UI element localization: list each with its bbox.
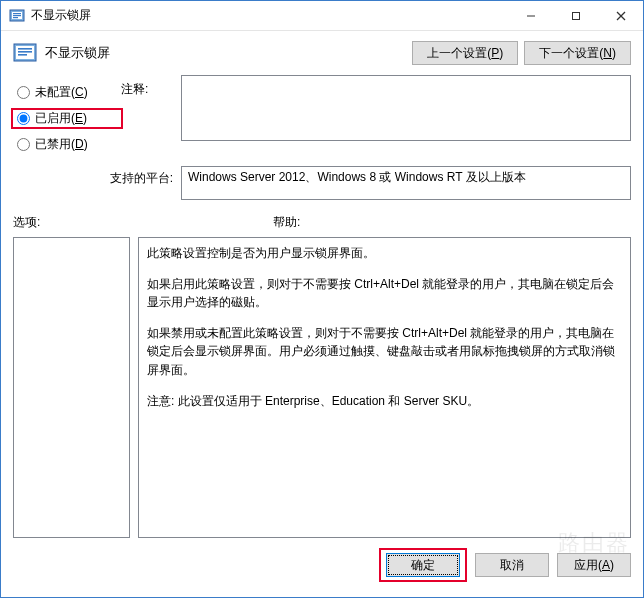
radio-disabled-input[interactable] [17,138,30,151]
svg-rect-3 [13,15,21,16]
header: 不显示锁屏 上一个设置(P) 下一个设置(N) [1,31,643,71]
titlebar: 不显示锁屏 [1,1,643,31]
help-text: 如果启用此策略设置，则对于不需要按 Ctrl+Alt+Del 就能登录的用户，其… [147,275,622,312]
cancel-button[interactable]: 取消 [475,553,549,577]
ok-button-highlight: 确定 [379,548,467,582]
close-button[interactable] [598,1,643,31]
svg-rect-2 [13,13,21,14]
next-setting-button[interactable]: 下一个设置(N) [524,41,631,65]
svg-rect-11 [18,48,32,50]
help-text: 注意: 此设置仅适用于 Enterprise、Education 和 Serve… [147,392,622,411]
window-title: 不显示锁屏 [31,7,91,24]
svg-rect-12 [18,51,32,53]
supported-on-label: 支持的平台: [13,166,181,200]
radio-not-configured[interactable]: 未配置(C) [13,83,121,102]
radio-not-configured-input[interactable] [17,86,30,99]
dialog-footer: 确定 取消 应用(A) [1,538,643,592]
radio-disabled[interactable]: 已禁用(D) [13,135,121,154]
comment-label: 注释: [121,75,181,98]
svg-rect-4 [13,17,18,18]
radio-enabled[interactable]: 已启用(E) [11,108,123,129]
maximize-button[interactable] [553,1,598,31]
options-heading: 选项: [13,214,263,231]
previous-setting-button[interactable]: 上一个设置(P) [412,41,518,65]
options-pane[interactable] [13,237,130,538]
apply-button[interactable]: 应用(A) [557,553,631,577]
policy-icon [9,8,25,24]
minimize-button[interactable] [508,1,553,31]
state-radio-group: 未配置(C) 已启用(E) 已禁用(D) [13,75,121,160]
supported-on-text[interactable]: Windows Server 2012、Windows 8 或 Windows … [181,166,631,200]
svg-rect-6 [572,12,579,19]
radio-enabled-input[interactable] [17,112,30,125]
help-text: 此策略设置控制是否为用户显示锁屏界面。 [147,244,622,263]
policy-title: 不显示锁屏 [45,44,110,62]
help-pane[interactable]: 此策略设置控制是否为用户显示锁屏界面。 如果启用此策略设置，则对于不需要按 Ct… [138,237,631,538]
help-text: 如果禁用或未配置此策略设置，则对于不需要按 Ctrl+Alt+Del 就能登录的… [147,324,622,380]
svg-rect-13 [18,54,27,56]
comment-textarea[interactable] [181,75,631,141]
policy-icon [13,42,37,64]
help-heading: 帮助: [263,214,631,231]
ok-button[interactable]: 确定 [386,553,460,577]
